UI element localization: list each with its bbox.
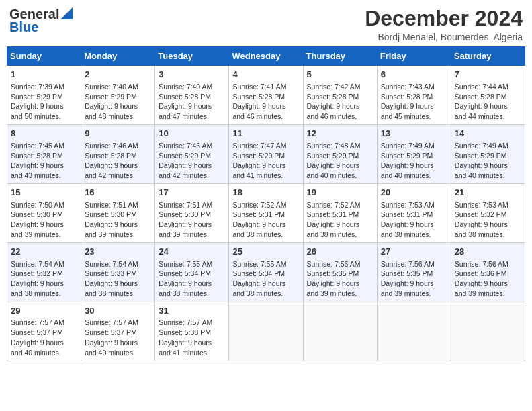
cell-info: Sunrise: 7:46 AMSunset: 5:29 PMDaylight:… (159, 142, 212, 180)
calendar-cell: 13Sunrise: 7:49 AMSunset: 5:29 PMDayligh… (377, 125, 451, 184)
calendar-cell: 21Sunrise: 7:53 AMSunset: 5:32 PMDayligh… (451, 184, 525, 243)
calendar-cell: 30Sunrise: 7:57 AMSunset: 5:37 PMDayligh… (81, 302, 155, 361)
day-number: 26 (307, 246, 373, 258)
day-number: 10 (159, 128, 225, 140)
calendar-week-row: 29Sunrise: 7:57 AMSunset: 5:37 PMDayligh… (7, 302, 525, 361)
calendar-cell: 28Sunrise: 7:56 AMSunset: 5:36 PMDayligh… (451, 242, 525, 302)
cell-info: Sunrise: 7:56 AMSunset: 5:35 PMDaylight:… (381, 260, 435, 298)
cell-info: Sunrise: 7:54 AMSunset: 5:33 PMDaylight:… (85, 260, 138, 298)
day-number: 7 (455, 68, 521, 81)
calendar-cell: 26Sunrise: 7:56 AMSunset: 5:35 PMDayligh… (303, 242, 377, 302)
weekday-header: Wednesday (229, 47, 303, 66)
calendar-cell: 11Sunrise: 7:47 AMSunset: 5:29 PMDayligh… (229, 125, 303, 184)
cell-info: Sunrise: 7:46 AMSunset: 5:28 PMDaylight:… (85, 142, 138, 180)
day-number: 14 (455, 128, 521, 140)
logo-blue: Blue (9, 19, 38, 35)
cell-info: Sunrise: 7:43 AMSunset: 5:28 PMDaylight:… (381, 83, 435, 121)
calendar-table: SundayMondayTuesdayWednesdayThursdayFrid… (7, 46, 525, 361)
cell-info: Sunrise: 7:41 AMSunset: 5:28 PMDaylight:… (232, 83, 286, 121)
calendar-cell: 29Sunrise: 7:57 AMSunset: 5:37 PMDayligh… (7, 302, 81, 361)
calendar-cell: 20Sunrise: 7:53 AMSunset: 5:31 PMDayligh… (377, 184, 451, 243)
calendar-cell: 3Sunrise: 7:40 AMSunset: 5:28 PMDaylight… (155, 66, 229, 125)
calendar-cell: 15Sunrise: 7:50 AMSunset: 5:30 PMDayligh… (7, 184, 81, 243)
day-number: 2 (85, 68, 151, 81)
day-number: 19 (307, 187, 373, 199)
calendar-cell: 19Sunrise: 7:52 AMSunset: 5:31 PMDayligh… (303, 184, 377, 243)
cell-info: Sunrise: 7:48 AMSunset: 5:29 PMDaylight:… (307, 142, 361, 180)
day-number: 30 (85, 305, 151, 317)
cell-info: Sunrise: 7:57 AMSunset: 5:37 PMDaylight:… (11, 318, 64, 357)
calendar-cell: 17Sunrise: 7:51 AMSunset: 5:30 PMDayligh… (155, 184, 229, 243)
day-number: 17 (159, 187, 225, 199)
cell-info: Sunrise: 7:49 AMSunset: 5:29 PMDaylight:… (381, 142, 435, 180)
calendar-cell: 5Sunrise: 7:42 AMSunset: 5:28 PMDaylight… (303, 66, 377, 125)
day-number: 4 (232, 68, 299, 81)
day-number: 25 (232, 246, 299, 258)
day-number: 1 (11, 68, 77, 81)
day-number: 23 (85, 246, 151, 258)
calendar-cell: 23Sunrise: 7:54 AMSunset: 5:33 PMDayligh… (81, 242, 155, 302)
weekday-header: Thursday (303, 47, 377, 66)
calendar-header-row: SundayMondayTuesdayWednesdayThursdayFrid… (7, 47, 525, 66)
day-number: 11 (232, 128, 299, 140)
cell-info: Sunrise: 7:42 AMSunset: 5:28 PMDaylight:… (307, 83, 361, 121)
day-number: 9 (85, 128, 151, 140)
calendar-cell: 16Sunrise: 7:51 AMSunset: 5:30 PMDayligh… (81, 184, 155, 243)
day-number: 12 (307, 128, 373, 140)
calendar-cell: 7Sunrise: 7:44 AMSunset: 5:28 PMDaylight… (451, 66, 525, 125)
day-number: 8 (11, 128, 77, 140)
day-number: 16 (85, 187, 151, 199)
calendar-cell (303, 302, 377, 361)
logo: General Blue (9, 7, 73, 35)
month-title: December 2024 (365, 7, 523, 30)
day-number: 31 (159, 305, 225, 317)
calendar-cell: 24Sunrise: 7:55 AMSunset: 5:34 PMDayligh… (155, 242, 229, 302)
calendar-cell: 22Sunrise: 7:54 AMSunset: 5:32 PMDayligh… (7, 242, 81, 302)
calendar-cell: 9Sunrise: 7:46 AMSunset: 5:28 PMDaylight… (81, 125, 155, 184)
calendar-cell: 2Sunrise: 7:40 AMSunset: 5:29 PMDaylight… (81, 66, 155, 125)
svg-marker-0 (60, 7, 73, 19)
cell-info: Sunrise: 7:53 AMSunset: 5:32 PMDaylight:… (455, 201, 508, 239)
weekday-header: Sunday (7, 47, 81, 66)
day-number: 22 (11, 246, 77, 258)
calendar-cell: 1Sunrise: 7:39 AMSunset: 5:29 PMDaylight… (7, 66, 81, 125)
calendar-cell (451, 302, 525, 361)
cell-info: Sunrise: 7:40 AMSunset: 5:29 PMDaylight:… (85, 83, 138, 121)
weekday-header: Saturday (451, 47, 525, 66)
day-number: 21 (455, 187, 521, 199)
cell-info: Sunrise: 7:55 AMSunset: 5:34 PMDaylight:… (232, 260, 286, 298)
calendar-cell: 4Sunrise: 7:41 AMSunset: 5:28 PMDaylight… (229, 66, 303, 125)
day-number: 29 (11, 305, 77, 317)
calendar-body: 1Sunrise: 7:39 AMSunset: 5:29 PMDaylight… (7, 66, 525, 361)
cell-info: Sunrise: 7:51 AMSunset: 5:30 PMDaylight:… (85, 201, 138, 239)
day-number: 3 (159, 68, 225, 81)
day-number: 15 (11, 187, 77, 199)
day-number: 6 (381, 68, 447, 81)
day-number: 24 (159, 246, 225, 258)
calendar-cell: 12Sunrise: 7:48 AMSunset: 5:29 PMDayligh… (303, 125, 377, 184)
calendar-cell: 10Sunrise: 7:46 AMSunset: 5:29 PMDayligh… (155, 125, 229, 184)
calendar-week-row: 22Sunrise: 7:54 AMSunset: 5:32 PMDayligh… (7, 242, 525, 302)
cell-info: Sunrise: 7:50 AMSunset: 5:30 PMDaylight:… (11, 201, 64, 239)
logo-icon (60, 7, 73, 19)
cell-info: Sunrise: 7:49 AMSunset: 5:29 PMDaylight:… (455, 142, 508, 180)
title-area: December 2024 Bordj Menaiel, Boumerdes, … (365, 7, 523, 42)
calendar-cell: 18Sunrise: 7:52 AMSunset: 5:31 PMDayligh… (229, 184, 303, 243)
day-number: 13 (381, 128, 447, 140)
cell-info: Sunrise: 7:40 AMSunset: 5:28 PMDaylight:… (159, 83, 212, 121)
day-number: 27 (381, 246, 447, 258)
calendar-cell: 31Sunrise: 7:57 AMSunset: 5:38 PMDayligh… (155, 302, 229, 361)
cell-info: Sunrise: 7:54 AMSunset: 5:32 PMDaylight:… (11, 260, 64, 298)
weekday-header: Monday (81, 47, 155, 66)
calendar-cell: 27Sunrise: 7:56 AMSunset: 5:35 PMDayligh… (377, 242, 451, 302)
calendar-cell: 14Sunrise: 7:49 AMSunset: 5:29 PMDayligh… (451, 125, 525, 184)
cell-info: Sunrise: 7:52 AMSunset: 5:31 PMDaylight:… (232, 201, 286, 239)
cell-info: Sunrise: 7:44 AMSunset: 5:28 PMDaylight:… (455, 83, 508, 121)
cell-info: Sunrise: 7:57 AMSunset: 5:37 PMDaylight:… (85, 318, 138, 357)
page-header: General Blue December 2024 Bordj Menaiel… (7, 7, 525, 42)
calendar-cell (229, 302, 303, 361)
calendar-cell (377, 302, 451, 361)
day-number: 20 (381, 187, 447, 199)
weekday-header: Friday (377, 47, 451, 66)
cell-info: Sunrise: 7:57 AMSunset: 5:38 PMDaylight:… (159, 318, 212, 357)
